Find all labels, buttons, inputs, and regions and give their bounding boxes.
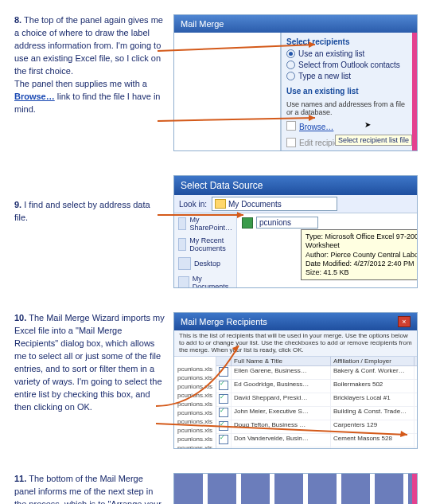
selected-file-name[interactable]: pcunions xyxy=(256,217,318,229)
step-8-text: 8. The top of the panel again gives me a… xyxy=(14,14,165,116)
close-icon[interactable]: × xyxy=(398,316,411,327)
screenshot-9: Select Data Source Look in: My Documents… xyxy=(173,175,418,288)
row-checkbox[interactable] xyxy=(219,448,228,449)
step-8: 8. The top of the panel again gives me a… xyxy=(14,14,418,151)
place-icon xyxy=(178,238,186,251)
place-sharepoint-label: My SharePoint… xyxy=(189,216,232,232)
place-icon xyxy=(178,257,191,270)
place-sharepoint[interactable]: My SharePoint… xyxy=(174,213,236,234)
file-list[interactable]: pcunions Type: Microsoft Office Excel 97… xyxy=(237,213,417,288)
edit-recipient-label: Edit recipients… xyxy=(299,139,339,147)
table-row[interactable]: Brian AhernChemical Workers t10Internati… xyxy=(216,447,418,449)
browse-link-inline[interactable]: Browse… xyxy=(14,92,55,101)
recipients-title: Mail Merge Recipients xyxy=(181,317,267,326)
row-checkbox[interactable] xyxy=(219,408,228,417)
cell-affil: Boilermakers 502 xyxy=(331,380,414,393)
step-10-text: 10. The Mail Merge Wizard imports my Exc… xyxy=(14,312,165,414)
col-affiliation[interactable]: Affiliation / Employer xyxy=(331,357,414,365)
file-tooltip: Type: Microsoft Office Excel 97-2003 Wor… xyxy=(301,229,418,280)
check-all-header[interactable] xyxy=(216,357,232,365)
row-checkbox[interactable] xyxy=(219,394,228,404)
step-10: 10. The Mail Merge Wizard imports my Exc… xyxy=(14,312,418,449)
lookin-field[interactable]: My Documents xyxy=(212,197,337,211)
source-cell: pcunions.xls xyxy=(176,400,214,408)
opt-new-list[interactable]: Type a new list xyxy=(286,72,412,80)
select-recipients-heading: Select recipients xyxy=(286,37,412,46)
cell-dept: Carpenters Puget S… xyxy=(414,420,418,433)
browse-link[interactable]: Browse… xyxy=(299,123,333,131)
recipients-grid[interactable]: Full Name & Title Affiliation / Employer… xyxy=(216,357,418,449)
col-fullname[interactable]: Full Name & Title xyxy=(232,357,331,365)
cell-dept: Intl Brotherhood of Boile… xyxy=(414,380,418,393)
select-data-source-title: Select Data Source xyxy=(181,180,263,191)
step-11-number: 11. xyxy=(14,474,26,483)
cell-name: Doug Tefton, Business … xyxy=(232,420,331,433)
radio-outlook[interactable] xyxy=(286,61,295,69)
tooltip-line: Type: Microsoft Office Excel 97-2003 Wor… xyxy=(306,232,418,251)
lookin-value: My Documents xyxy=(228,200,282,209)
step-10-number: 10. xyxy=(14,313,26,322)
opt-outlook[interactable]: Select from Outlook contacts xyxy=(286,61,412,69)
place-desktop[interactable]: Desktop xyxy=(174,255,236,272)
cell-dept: Bakery & Conf. W… xyxy=(414,366,418,379)
cell-affil: Building & Const. Trade… xyxy=(331,407,414,420)
grid-header[interactable]: Full Name & Title Affiliation / Employer… xyxy=(216,357,418,366)
step-8-text-a: The top of the panel again gives me a ch… xyxy=(14,15,163,76)
step-9: 9. I find and select by address data fil… xyxy=(14,175,418,288)
recipients-instructions: This is the list of recipients that will… xyxy=(174,330,417,357)
cell-name: Brian Ahern xyxy=(232,447,331,449)
step-9-text: 9. I find and select by address data fil… xyxy=(14,175,165,225)
table-row[interactable]: Doug Tefton, Business …Carpenters 129Car… xyxy=(216,420,418,434)
opt-existing-list-label: Use an existing list xyxy=(298,49,364,58)
mail-merge-titlebar: Mail Merge xyxy=(174,15,417,33)
opt-outlook-label: Select from Outlook contacts xyxy=(298,61,400,69)
row-checkbox[interactable] xyxy=(219,435,228,444)
pink-sidebar xyxy=(412,33,417,150)
tooltip-line: Size: 41.5 KB xyxy=(306,268,418,277)
pink-sidebar xyxy=(412,474,417,504)
table-row[interactable]: John Meier, Executive S…Building & Const… xyxy=(216,407,418,420)
select-data-source-titlebar: Select Data Source xyxy=(174,176,417,195)
cell-dept: Building and Const. Trad… xyxy=(414,407,418,420)
cell-affil: Bakery & Conf. Worker… xyxy=(331,366,414,379)
cell-affil: Bricklayers Local #1 xyxy=(331,393,414,406)
source-cell: pcunions.xls xyxy=(176,426,214,435)
row-checkbox[interactable] xyxy=(219,367,228,377)
row-checkbox[interactable] xyxy=(219,381,228,390)
step-11: 11. The bottom of the Mail Merge panel i… xyxy=(14,473,418,504)
place-mydocs[interactable]: My Documents xyxy=(174,272,236,288)
place-desktop-label: Desktop xyxy=(194,260,220,268)
row-checkbox[interactable] xyxy=(219,421,228,431)
col-dept[interactable]: Affil. / Dept xyxy=(414,357,418,365)
step-8-number: 8. xyxy=(14,15,21,25)
data-source-column: pcunions.xlspcunions.xlspcunions.xlspcun… xyxy=(174,357,216,449)
source-cell: pcunions.xls xyxy=(176,391,214,400)
step-11-body: The bottom of the Mail Merge panel infor… xyxy=(14,474,162,504)
label-sheet-preview xyxy=(174,474,417,504)
source-cell: pcunions.xls xyxy=(176,417,214,426)
table-row[interactable]: Ellen Garene, Business…Bakery & Conf. Wo… xyxy=(216,366,418,380)
use-existing-subtext: Use names and addresses from a file or a… xyxy=(286,100,412,116)
use-existing-subhead: Use an existing list xyxy=(286,87,412,96)
cell-dept: Bricklayers & Allied … xyxy=(414,393,418,406)
table-row[interactable]: David Sheppard, Presid…Bricklayers Local… xyxy=(216,393,418,407)
radio-new-list[interactable] xyxy=(286,72,295,80)
document-area xyxy=(174,33,281,150)
step-9-body: I find and select by address data file. xyxy=(14,200,150,222)
lookin-label: Look in: xyxy=(179,200,207,209)
step-11-text: 11. The bottom of the Mail Merge panel i… xyxy=(14,473,165,504)
opt-existing-list[interactable]: Use an existing list xyxy=(286,49,412,58)
tooltip-line: Date Modified: 4/27/2012 2:40 PM xyxy=(306,260,418,268)
step-9-number: 9. xyxy=(14,200,21,209)
place-icon xyxy=(178,276,189,288)
screenshot-8: Mail Merge Select recipients Use an exis… xyxy=(173,14,418,151)
place-recent[interactable]: My Recent Documents xyxy=(174,234,236,255)
table-row[interactable]: Ed Goodridge, Business…Boilermakers 502I… xyxy=(216,380,418,393)
cell-affil: Cement Masons 528 xyxy=(331,434,414,447)
excel-file-icon xyxy=(242,217,253,229)
radio-existing-list[interactable] xyxy=(286,49,295,58)
edit-icon xyxy=(286,138,296,147)
step-10-body: The Mail Merge Wizard imports my Excel f… xyxy=(14,313,165,412)
cell-name: Don Vandervelde, Busin… xyxy=(232,434,331,447)
table-row[interactable]: Don Vandervelde, Busin…Cement Masons 528… xyxy=(216,434,418,447)
